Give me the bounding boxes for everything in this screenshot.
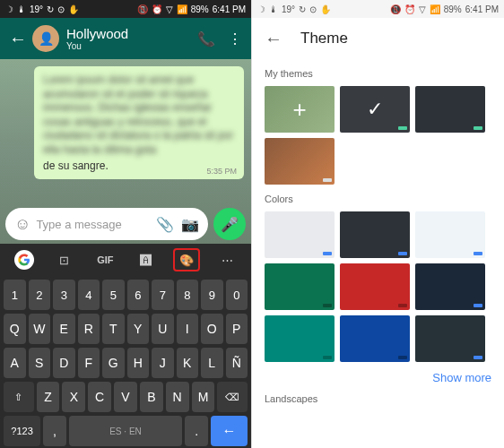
check-icon: ✓ [367, 98, 383, 121]
mytheme-tile-2[interactable] [415, 86, 485, 133]
color-tile-0[interactable] [265, 211, 335, 258]
color-tile-1[interactable] [340, 211, 410, 258]
palette-icon[interactable]: 🎨 [173, 248, 200, 271]
key-period[interactable]: . [185, 416, 207, 446]
status-temp: 19° [282, 4, 295, 14]
back-arrow-icon[interactable]: ← [265, 29, 282, 49]
theme-header: ← Theme [252, 18, 504, 59]
color-tile-6[interactable] [265, 315, 335, 362]
key-4[interactable]: 4 [78, 280, 100, 310]
camera-icon[interactable]: 📷 [181, 216, 199, 233]
status-record-icon: ⊙ [309, 4, 317, 14]
translate-icon[interactable]: 🅰 [133, 248, 160, 271]
mytheme-tile-3[interactable] [265, 138, 335, 185]
mic-button[interactable]: 🎤 [213, 208, 246, 240]
show-more-link[interactable]: Show more [265, 371, 491, 384]
key-comma[interactable]: , [43, 416, 65, 446]
message-time: 5:35 PM [206, 167, 237, 176]
message-input[interactable]: ☺ Type a message 📎 📷 [5, 208, 208, 240]
key-backspace[interactable]: ⌫ [217, 382, 248, 412]
key-q[interactable]: Q [4, 314, 26, 344]
sticker-icon[interactable]: ⊡ [51, 248, 78, 271]
attach-icon[interactable]: 📎 [156, 216, 174, 233]
key-7[interactable]: 7 [152, 280, 174, 310]
key-c[interactable]: C [88, 382, 111, 412]
input-placeholder[interactable]: Type a message [36, 218, 149, 231]
key-8[interactable]: 8 [177, 280, 199, 310]
avatar[interactable]: 👤 [32, 25, 59, 52]
key-k[interactable]: K [177, 348, 199, 378]
key-o[interactable]: O [201, 314, 223, 344]
key-b[interactable]: B [140, 382, 163, 412]
theme-title: Theme [300, 30, 348, 47]
key-g[interactable]: G [102, 348, 125, 378]
key-ñ[interactable]: Ñ [226, 348, 248, 378]
key-e[interactable]: E [53, 314, 75, 344]
message-bubble[interactable]: Lorem ipsum dolor sit amet que acumularo… [34, 66, 244, 179]
key-2[interactable]: 2 [29, 280, 51, 310]
key-symbols[interactable]: ?123 [4, 416, 40, 446]
key-0[interactable]: 0 [226, 280, 248, 310]
key-6[interactable]: 6 [127, 280, 150, 310]
key-n[interactable]: N [166, 382, 189, 412]
status-time: 6:41 PM [465, 4, 499, 14]
google-icon[interactable] [11, 248, 38, 271]
key-i[interactable]: I [177, 314, 199, 344]
color-tile-7[interactable] [340, 315, 410, 362]
mytheme-tile-0[interactable]: + [265, 86, 335, 133]
key-9[interactable]: 9 [201, 280, 223, 310]
status-temp: 19° [30, 4, 43, 14]
key-v[interactable]: V [114, 382, 137, 412]
key-shift[interactable]: ⇧ [4, 382, 34, 412]
key-l[interactable]: L [201, 348, 223, 378]
status-temp-icon: 🌡 [17, 4, 26, 14]
keyboard: ⊡ GIF 🅰 🎨 ⋯ 1234567890 QWERTYUIOP ASDFGH… [0, 244, 251, 448]
key-1[interactable]: 1 [4, 280, 26, 310]
status-temp-icon: 🌡 [269, 4, 278, 14]
plus-icon: + [292, 96, 306, 124]
section-colors-label: Colors [265, 194, 491, 204]
emoji-icon[interactable]: ☺ [14, 215, 30, 234]
status-time: 6:41 PM [213, 4, 246, 14]
status-bar-right: ☽ 🌡 19° ↻ ⊙ ✋ 📵 ⏰ ▽ 📶 89% 6:41 PM [252, 0, 504, 18]
key-a[interactable]: A [4, 348, 26, 378]
key-space[interactable]: ES · EN [69, 416, 183, 446]
key-t[interactable]: T [102, 314, 125, 344]
color-tile-4[interactable] [340, 263, 410, 310]
color-tile-3[interactable] [265, 263, 335, 310]
key-u[interactable]: U [152, 314, 174, 344]
key-j[interactable]: J [152, 348, 174, 378]
color-tile-5[interactable] [415, 263, 485, 310]
key-3[interactable]: 3 [53, 280, 75, 310]
message-text-blurred: Lorem ipsum dolor sit amet que acumularo… [43, 73, 235, 158]
status-battery: 89% [444, 4, 462, 14]
key-enter[interactable]: ← [211, 416, 248, 446]
key-m[interactable]: M [192, 382, 215, 412]
key-r[interactable]: R [78, 314, 100, 344]
back-arrow-icon[interactable]: ← [9, 29, 27, 49]
status-hand-icon: ✋ [68, 4, 79, 14]
key-x[interactable]: X [62, 382, 85, 412]
mytheme-tile-1[interactable]: ✓ [340, 86, 410, 133]
key-p[interactable]: P [226, 314, 248, 344]
contact-name[interactable]: Hollywood [66, 26, 185, 41]
key-z[interactable]: Z [37, 382, 60, 412]
color-tile-8[interactable] [415, 315, 485, 362]
keyboard-more-icon[interactable]: ⋯ [213, 248, 240, 271]
section-mythemes-label: My themes [265, 68, 491, 79]
gif-button[interactable]: GIF [91, 248, 118, 271]
status-record-icon: ⊙ [57, 4, 65, 14]
key-w[interactable]: W [29, 314, 51, 344]
more-icon[interactable]: ⋮ [228, 30, 242, 47]
key-d[interactable]: D [53, 348, 75, 378]
key-5[interactable]: 5 [102, 280, 125, 310]
key-s[interactable]: S [29, 348, 51, 378]
key-h[interactable]: H [127, 348, 150, 378]
key-y[interactable]: Y [127, 314, 150, 344]
status-wifi-icon: ▽ [166, 4, 173, 14]
call-icon[interactable]: 📞 [197, 30, 215, 47]
key-f[interactable]: F [78, 348, 100, 378]
whatsapp-header: ← 👤 Hollywood You 📞 ⋮ [0, 18, 251, 59]
status-sync-icon: ↻ [299, 4, 306, 14]
color-tile-2[interactable] [415, 211, 485, 258]
